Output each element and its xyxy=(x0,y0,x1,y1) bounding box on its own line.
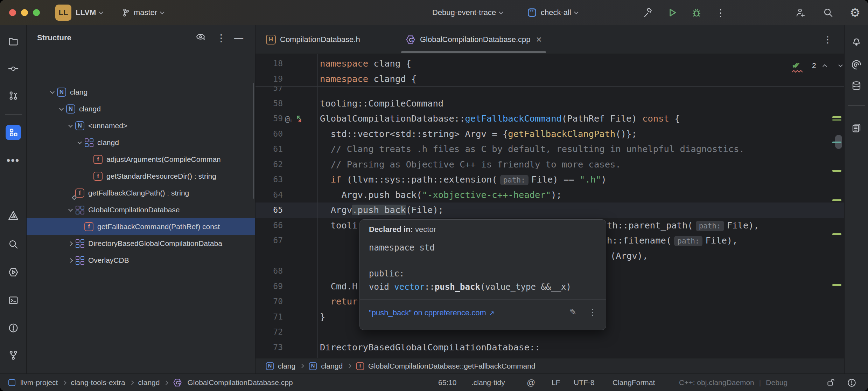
prev-problem-icon[interactable] xyxy=(822,64,827,69)
structure-tree-item[interactable]: OverlayCDB xyxy=(27,252,255,269)
zoom-window-button[interactable] xyxy=(33,9,40,16)
close-window-button[interactable] xyxy=(9,9,16,16)
settings-button[interactable]: ⚙ xyxy=(847,0,863,25)
line-separator-status[interactable]: LF xyxy=(552,374,560,391)
vcs-change-mark[interactable] xyxy=(832,142,841,143)
structure-tree-item[interactable]: fadjustArguments(CompileComman xyxy=(27,151,255,168)
formatter-status[interactable]: ClangFormat xyxy=(612,374,655,391)
terminal-tool-button[interactable] xyxy=(8,295,19,306)
project-badge[interactable]: LL xyxy=(55,5,71,21)
line-number: 19 xyxy=(255,71,283,87)
clangd-status-icon[interactable]: @ xyxy=(527,374,535,391)
chevron-down-icon xyxy=(499,10,503,14)
structure-tool-button[interactable] xyxy=(6,125,21,140)
structure-tree-item[interactable]: fgetStandardResourceDir() : string xyxy=(27,168,255,185)
run-button[interactable] xyxy=(665,0,680,25)
panel-more-button[interactable]: ⋮ xyxy=(216,32,226,44)
chevron-down-icon[interactable] xyxy=(68,123,73,128)
branch-menu[interactable]: master xyxy=(121,0,164,25)
tree-item-label: getFallbackClangPath() : string xyxy=(88,189,189,197)
build-config-status: Debug xyxy=(766,378,788,387)
breadcrumb-clangd[interactable]: Nclangd xyxy=(308,362,343,371)
close-icon[interactable]: × xyxy=(536,34,542,45)
ai-assistant-button[interactable] xyxy=(851,59,862,70)
structure-tree-item[interactable]: DirectoryBasedGlobalCompilationDataba xyxy=(27,235,255,252)
breadcrumb-function[interactable]: fGlobalCompilationDatabase::getFallbackC… xyxy=(356,362,535,371)
cppreference-link[interactable]: "push_back" on cppreference.com↗ xyxy=(369,308,495,317)
write-access-toggle[interactable] xyxy=(826,374,835,391)
inspections-widget[interactable]: ✔✔ 2 xyxy=(792,60,842,71)
tab-globalcompilationdatabase-cpp[interactable]: C++ GlobalCompilationDatabase.cpp × xyxy=(399,25,548,54)
line-number xyxy=(255,248,283,264)
vcs-change-mark[interactable] xyxy=(832,233,841,235)
debug-button[interactable] xyxy=(689,0,704,25)
problems-tool-button[interactable] xyxy=(8,323,19,333)
tree-item-label: clangd xyxy=(97,138,119,147)
search-everywhere-button[interactable] xyxy=(820,0,836,25)
database-button[interactable] xyxy=(851,81,862,91)
branch-name: master xyxy=(134,8,157,17)
vcs-change-mark[interactable] xyxy=(832,116,841,118)
more-actions-button[interactable]: ⋮ xyxy=(713,0,728,25)
tab-options-button[interactable]: ⋮ xyxy=(823,25,832,54)
edit-icon[interactable]: ✎ xyxy=(569,307,576,317)
vcs-change-mark[interactable] xyxy=(832,199,841,201)
line59-gutter-icons[interactable]: @↓ xyxy=(285,111,304,126)
more-icon[interactable]: ⋮ xyxy=(588,307,597,317)
structure-tree-item[interactable]: Nclang xyxy=(27,84,255,101)
next-problem-icon[interactable] xyxy=(838,63,843,67)
chevron-down-icon[interactable] xyxy=(50,89,55,94)
structure-tree-item[interactable]: fgetFallbackClangPath() : string xyxy=(27,185,255,201)
services-tool-button[interactable] xyxy=(8,267,19,278)
vcs-change-mark[interactable] xyxy=(832,284,841,286)
caret-position[interactable]: 65:10 xyxy=(438,374,457,391)
structure-tree-item[interactable]: clangd xyxy=(27,134,255,151)
version-control-tool-button[interactable] xyxy=(8,350,19,361)
structure-tree-item[interactable]: Nclangd xyxy=(27,101,255,117)
vcs-change-mark[interactable] xyxy=(832,119,841,121)
chevron-down-icon[interactable] xyxy=(68,207,73,212)
code-editor[interactable]: 5758tooling::CompileCommand59GlobalCompi… xyxy=(255,54,844,358)
vcs-change-mark[interactable] xyxy=(832,170,841,172)
project-tool-button[interactable] xyxy=(8,36,19,46)
hide-panel-button[interactable]: — xyxy=(234,33,243,43)
view-options-button[interactable] xyxy=(195,32,206,44)
breadcrumb-clang[interactable]: Nclang xyxy=(265,362,295,371)
documentation-button[interactable] xyxy=(851,123,862,133)
more-tools-button[interactable]: ••• xyxy=(7,155,20,166)
tab-compilationdatabase-h[interactable]: H CompilationDatabase.h xyxy=(260,25,366,54)
chevron-right-icon[interactable] xyxy=(68,241,73,246)
bookmarks-tool-button[interactable] xyxy=(8,210,19,221)
status-path-dir[interactable]: clang-tools-extra xyxy=(71,378,125,387)
minimize-window-button[interactable] xyxy=(21,9,28,16)
chevron-down-icon[interactable] xyxy=(77,140,82,144)
status-path-dir2[interactable]: clangd xyxy=(138,378,160,387)
project-name-menu[interactable]: LLVM xyxy=(76,0,103,25)
panel-scrollbar[interactable] xyxy=(253,83,254,199)
line-number: 67 xyxy=(255,233,283,248)
notifications-button[interactable] xyxy=(851,36,862,46)
status-path-project[interactable]: llvm-project xyxy=(20,378,58,387)
encoding-status[interactable]: UTF-8 xyxy=(574,374,595,391)
toolchain-status[interactable]: C++: obj.clangDaemon | Debug xyxy=(679,374,788,391)
git-branch-icon xyxy=(8,350,19,361)
line-number: 63 xyxy=(255,172,283,187)
run-config-selector[interactable]: Debug-event-trace xyxy=(432,0,503,25)
status-file-name[interactable]: GlobalCompilationDatabase.cpp xyxy=(187,378,293,387)
code-line: 18namespace clang { xyxy=(255,56,844,71)
chevron-down-icon[interactable] xyxy=(59,106,64,111)
notifications-status-button[interactable] xyxy=(847,374,856,391)
cmake-profile-selector[interactable]: check-all xyxy=(527,0,578,25)
structure-tree-item[interactable]: GlobalCompilationDatabase xyxy=(27,201,255,218)
build-button[interactable] xyxy=(640,0,656,25)
namespace-icon: N xyxy=(266,362,274,370)
more-icon: ⋮ xyxy=(823,34,832,45)
structure-tree-item[interactable]: fgetFallbackCommand(PathRef) const xyxy=(27,218,255,235)
code-with-me-button[interactable] xyxy=(793,0,808,25)
find-tool-button[interactable] xyxy=(8,239,19,249)
chevron-right-icon[interactable] xyxy=(68,258,73,263)
structure-tree-item[interactable]: N<unnamed> xyxy=(27,117,255,134)
pull-requests-tool-button[interactable] xyxy=(8,90,19,101)
commit-tool-button[interactable] xyxy=(8,63,19,74)
clang-tidy-status[interactable]: .clang-tidy xyxy=(471,374,505,391)
